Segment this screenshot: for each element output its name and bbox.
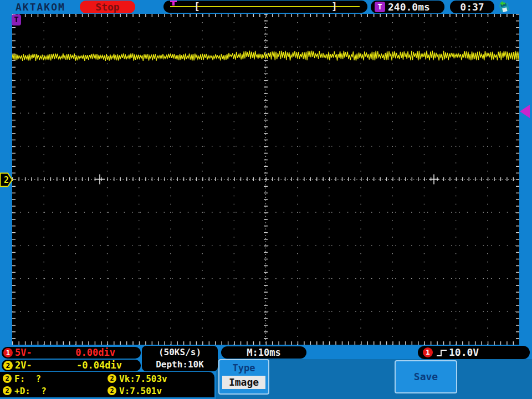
waveform-display — [12, 14, 519, 345]
measurement-vk: 2 Vk:7.503v — [108, 374, 212, 385]
channel2-position: -0.04div — [76, 360, 122, 371]
rising-edge-icon — [436, 348, 447, 357]
type-menu-selected-value[interactable]: Image — [222, 376, 265, 389]
trigger-offscreen-marker[interactable]: T — [12, 14, 21, 25]
meas-channel-badge: 2 — [3, 386, 12, 395]
channel1-badge: 1 — [3, 348, 13, 357]
sample-rate: (50KS/s) — [142, 346, 218, 359]
channel2-status: 2 2V- -0.04div — [2, 360, 141, 371]
meas-channel-badge: 2 — [3, 374, 12, 383]
brand-logo: AKTAKOM — [16, 1, 65, 13]
trigger-level-value: 10.0V — [449, 346, 479, 359]
run-stop-status[interactable]: Stop — [80, 1, 135, 13]
window-bracket-left: [ — [194, 1, 200, 13]
trigger-delay-value: 240.0ms — [388, 1, 430, 13]
memory-depth: Depth:10K — [142, 359, 218, 371]
meas-channel-badge: 2 — [108, 386, 116, 395]
oscilloscope-screen: AKTAKOM Stop [ ] T 240.0ms 0:37 T 2 1 5V… — [0, 0, 532, 399]
save-button[interactable]: Save — [395, 360, 457, 393]
meas-label-value: F: ? — [14, 374, 41, 385]
measurement-frequency: 2 F: ? — [3, 374, 103, 385]
graticule-and-trace — [12, 14, 519, 345]
trigger-position-marker-icon[interactable] — [170, 1, 177, 6]
measurement-v: 2 V:7.501v — [108, 386, 212, 397]
meas-label-value: +D: ? — [14, 386, 47, 397]
window-bracket-right: ] — [331, 1, 337, 13]
trigger-position-bar[interactable]: [ ] — [163, 1, 367, 13]
type-menu-label: Type — [219, 362, 268, 374]
meas-channel-badge: 2 — [108, 374, 116, 383]
measurement-duty: 2 +D: ? — [3, 386, 103, 397]
channel2-scale: 2V- — [15, 360, 32, 371]
trigger-level-arrow[interactable] — [520, 105, 530, 118]
channel2-badge: 2 — [3, 361, 13, 370]
timebase-readout: M:10ms — [221, 346, 306, 359]
channel1-status: 1 5V- 0.00div — [2, 347, 141, 359]
acquisition-info: (50KS/s) Depth:10K — [142, 346, 218, 371]
clock-readout: 0:37 — [450, 1, 494, 13]
channel2-level-marker[interactable]: 2 — [0, 172, 13, 187]
menu-item-type[interactable]: Type Image — [218, 359, 269, 395]
measurements-panel: 2 F: ? 2 Vk:7.503v 2 +D: ? 2 V:7.501v — [0, 372, 214, 397]
trigger-delay-readout: T 240.0ms — [371, 1, 444, 13]
channel1-position: 0.00div — [75, 347, 115, 359]
trigger-source-badge: 1 — [423, 347, 433, 357]
usb-disk-icon — [498, 1, 513, 13]
channel1-scale: 5V- — [15, 347, 32, 359]
trigger-status: 1 10.0V — [418, 346, 530, 359]
trigger-t-icon: T — [375, 2, 385, 12]
channel2-marker-label: 2 — [4, 175, 9, 185]
meas-label-value: Vk:7.503v — [119, 374, 167, 385]
meas-label-value: V:7.501v — [119, 386, 162, 397]
